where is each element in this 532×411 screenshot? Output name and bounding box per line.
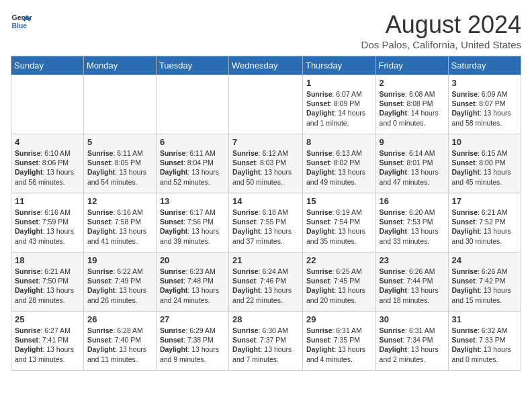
cell-text-line: Sunrise: 6:10 AM — [15, 148, 80, 158]
cell-text-line: Sunrise: 6:13 AM — [306, 148, 372, 158]
day-number: 9 — [380, 137, 445, 147]
cell-text-line: Sunrise: 6:16 AM — [15, 208, 80, 217]
cell-text-line: Sunrise: 6:32 AM — [452, 326, 517, 335]
cell-text-line: Sunset: 8:00 PM — [452, 158, 517, 167]
cell-text-line: Sunset: 7:33 PM — [452, 335, 517, 345]
cell-text-line: Sunrise: 6:22 AM — [87, 267, 152, 276]
day-number: 26 — [87, 314, 152, 324]
cell-text-line: Daylight: 13 hours and 43 minutes. — [15, 226, 80, 245]
cell-text-line: Sunset: 7:41 PM — [15, 335, 80, 345]
cell-text-line: Sunrise: 6:27 AM — [15, 326, 80, 335]
cell-text-line: Sunset: 7:58 PM — [87, 217, 152, 226]
calendar-cell: 21Sunrise: 6:24 AMSunset: 7:46 PMDayligh… — [229, 253, 303, 312]
cell-text-line: Sunrise: 6:11 AM — [87, 148, 152, 158]
calendar-cell: 6Sunrise: 6:11 AMSunset: 8:04 PMDaylight… — [156, 134, 228, 193]
calendar-cell — [11, 75, 84, 134]
calendar-cell: 24Sunrise: 6:26 AMSunset: 7:42 PMDayligh… — [448, 253, 521, 312]
cell-text-line: Daylight: 13 hours and 37 minutes. — [232, 226, 299, 245]
cell-text-line: Daylight: 13 hours and 45 minutes. — [452, 167, 517, 186]
day-number: 30 — [380, 314, 445, 324]
cell-text-line: Sunset: 7:55 PM — [232, 217, 299, 226]
calendar-cell: 19Sunrise: 6:22 AMSunset: 7:49 PMDayligh… — [83, 253, 156, 312]
day-number: 24 — [452, 255, 517, 265]
calendar-cell: 3Sunrise: 6:09 AMSunset: 8:07 PMDaylight… — [448, 75, 521, 134]
cell-text-line: Daylight: 13 hours and 4 minutes. — [306, 345, 372, 363]
day-number: 18 — [15, 255, 80, 265]
cell-text-line: Daylight: 13 hours and 22 minutes. — [232, 285, 299, 304]
calendar-cell: 2Sunrise: 6:08 AMSunset: 8:08 PMDaylight… — [375, 75, 448, 134]
day-number: 28 — [232, 314, 299, 324]
cell-text-line: Sunset: 7:48 PM — [160, 276, 225, 285]
day-number: 15 — [306, 196, 372, 206]
calendar-week-4: 18Sunrise: 6:21 AMSunset: 7:50 PMDayligh… — [11, 253, 521, 312]
calendar-cell: 28Sunrise: 6:30 AMSunset: 7:37 PMDayligh… — [229, 312, 303, 371]
logo-icon: General Blue — [11, 11, 32, 32]
cell-text-line: Sunrise: 6:26 AM — [380, 267, 445, 276]
calendar-cell: 12Sunrise: 6:16 AMSunset: 7:58 PMDayligh… — [83, 193, 156, 253]
calendar-cell: 27Sunrise: 6:29 AMSunset: 7:38 PMDayligh… — [156, 312, 228, 371]
cell-text-line: Sunset: 7:46 PM — [232, 276, 299, 285]
cell-text-line: Sunset: 7:40 PM — [87, 335, 152, 345]
cell-text-line: Daylight: 13 hours and 30 minutes. — [452, 226, 517, 245]
calendar-week-2: 4Sunrise: 6:10 AMSunset: 8:06 PMDaylight… — [11, 134, 521, 193]
day-number: 21 — [232, 255, 299, 265]
page-header: General Blue August 2024 Dos Palos, Cali… — [11, 11, 521, 50]
calendar-cell: 5Sunrise: 6:11 AMSunset: 8:05 PMDaylight… — [83, 134, 156, 193]
cell-text-line: Sunrise: 6:16 AM — [87, 208, 152, 217]
calendar-cell: 23Sunrise: 6:26 AMSunset: 7:44 PMDayligh… — [375, 253, 448, 312]
svg-text:Blue: Blue — [12, 22, 28, 30]
cell-text-line: Sunrise: 6:23 AM — [160, 267, 225, 276]
day-number: 14 — [232, 196, 299, 206]
cell-text-line: Sunset: 8:06 PM — [15, 158, 80, 167]
cell-text-line: Sunrise: 6:30 AM — [232, 326, 299, 335]
day-number: 7 — [232, 137, 299, 147]
calendar-cell: 16Sunrise: 6:20 AMSunset: 7:53 PMDayligh… — [375, 193, 448, 253]
cell-text-line: Sunset: 7:45 PM — [306, 276, 372, 285]
cell-text-line: Sunrise: 6:18 AM — [232, 208, 299, 217]
calendar-cell: 8Sunrise: 6:13 AMSunset: 8:02 PMDaylight… — [302, 134, 375, 193]
cell-text-line: Daylight: 13 hours and 11 minutes. — [87, 345, 152, 363]
cell-text-line: Sunrise: 6:14 AM — [380, 148, 445, 158]
calendar-week-1: 1Sunrise: 6:07 AMSunset: 8:09 PMDaylight… — [11, 75, 521, 134]
cell-text-line: Sunrise: 6:07 AM — [306, 89, 372, 99]
calendar-cell — [229, 75, 303, 134]
cell-text-line: Daylight: 13 hours and 0 minutes. — [452, 345, 517, 363]
day-number: 10 — [452, 137, 517, 147]
cell-text-line: Daylight: 13 hours and 18 minutes. — [380, 285, 445, 304]
calendar-cell: 29Sunrise: 6:31 AMSunset: 7:35 PMDayligh… — [302, 312, 375, 371]
cell-text-line: Sunset: 7:37 PM — [232, 335, 299, 345]
calendar-cell: 4Sunrise: 6:10 AMSunset: 8:06 PMDaylight… — [11, 134, 84, 193]
calendar-cell: 11Sunrise: 6:16 AMSunset: 7:59 PMDayligh… — [11, 193, 84, 253]
calendar-cell: 30Sunrise: 6:31 AMSunset: 7:34 PMDayligh… — [375, 312, 448, 371]
cell-text-line: Daylight: 13 hours and 35 minutes. — [306, 226, 372, 245]
day-number: 6 — [160, 137, 225, 147]
month-title: August 2024 — [361, 11, 521, 39]
calendar-cell: 22Sunrise: 6:25 AMSunset: 7:45 PMDayligh… — [302, 253, 375, 312]
day-number: 1 — [306, 78, 372, 88]
weekday-header-friday: Friday — [375, 56, 448, 75]
cell-text-line: Sunset: 8:09 PM — [306, 99, 372, 108]
calendar-week-5: 25Sunrise: 6:27 AMSunset: 7:41 PMDayligh… — [11, 312, 521, 371]
cell-text-line: Sunrise: 6:31 AM — [380, 326, 445, 335]
calendar-cell — [83, 75, 156, 134]
calendar-week-3: 11Sunrise: 6:16 AMSunset: 7:59 PMDayligh… — [11, 193, 521, 253]
cell-text-line: Sunrise: 6:15 AM — [452, 148, 517, 158]
cell-text-line: Daylight: 13 hours and 26 minutes. — [87, 285, 152, 304]
day-number: 27 — [160, 314, 225, 324]
cell-text-line: Sunrise: 6:19 AM — [306, 208, 372, 217]
cell-text-line: Daylight: 14 hours and 0 minutes. — [380, 108, 445, 127]
cell-text-line: Daylight: 13 hours and 41 minutes. — [87, 226, 152, 245]
day-number: 11 — [15, 196, 80, 206]
cell-text-line: Sunrise: 6:20 AM — [380, 208, 445, 217]
calendar-cell: 25Sunrise: 6:27 AMSunset: 7:41 PMDayligh… — [11, 312, 84, 371]
weekday-header-sunday: Sunday — [11, 56, 84, 75]
day-number: 25 — [15, 314, 80, 324]
day-number: 22 — [306, 255, 372, 265]
calendar-cell: 13Sunrise: 6:17 AMSunset: 7:56 PMDayligh… — [156, 193, 228, 253]
cell-text-line: Sunset: 8:04 PM — [160, 158, 225, 167]
cell-text-line: Sunset: 7:44 PM — [380, 276, 445, 285]
cell-text-line: Sunrise: 6:25 AM — [306, 267, 372, 276]
cell-text-line: Daylight: 13 hours and 33 minutes. — [380, 226, 445, 245]
cell-text-line: Sunrise: 6:28 AM — [87, 326, 152, 335]
cell-text-line: Sunrise: 6:29 AM — [160, 326, 225, 335]
